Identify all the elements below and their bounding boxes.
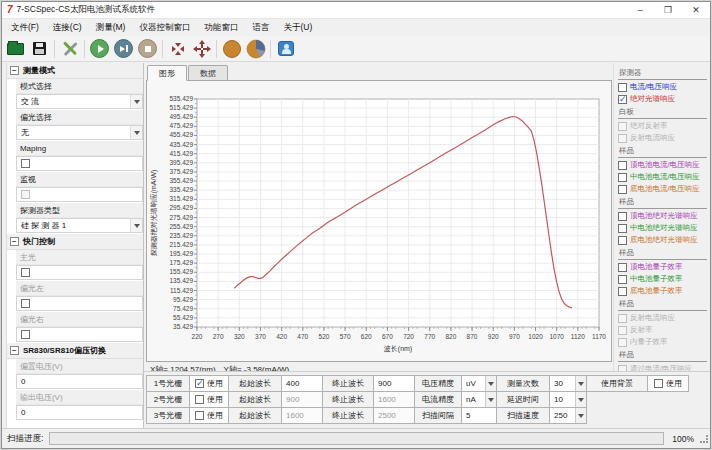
grating-settings-table: 1号光栅使用起始波长400终止波长900电压精度uV测量次数30使用背景使用2号… (144, 371, 710, 428)
step-run-icon[interactable] (113, 38, 134, 59)
open-file-icon[interactable] (5, 38, 26, 59)
checkbox[interactable] (618, 275, 627, 284)
status-circle-icon[interactable] (221, 38, 242, 59)
checkbox[interactable] (21, 330, 30, 339)
chevron-down-icon[interactable] (485, 376, 496, 391)
checkbox[interactable] (618, 95, 627, 104)
menu-item[interactable]: 连接(C) (46, 20, 89, 36)
cell-select[interactable]: 30 (549, 375, 587, 392)
group-header[interactable]: −测量模式 (7, 63, 143, 79)
collapse-icon[interactable]: − (10, 346, 19, 355)
tab-graph[interactable]: 图形 (147, 65, 187, 81)
group-header[interactable]: −SR830/SR810偏压切换 (7, 343, 143, 359)
measurement-option[interactable]: 底电池绝对光谱响应 (618, 235, 707, 245)
menu-item[interactable]: 关于(U) (276, 20, 319, 36)
chevron-down-icon[interactable] (130, 126, 142, 139)
property-select[interactable]: 无 (16, 125, 143, 140)
property-select[interactable]: 硅 探 测 器 1 (16, 218, 143, 233)
checkbox[interactable] (618, 263, 627, 272)
measurement-option[interactable]: 绝对反射率 (618, 121, 707, 131)
cell-select[interactable]: 10 (549, 391, 587, 408)
measurement-option[interactable]: 通过电流/电压响应 (618, 364, 707, 371)
maximize-button[interactable]: ❐ (654, 2, 682, 18)
resize-grip[interactable] (700, 435, 708, 443)
checkbox[interactable] (618, 83, 627, 92)
cell-select[interactable]: uV (461, 375, 497, 392)
checkbox[interactable] (195, 411, 204, 420)
checkbox[interactable] (618, 236, 627, 245)
cell-input[interactable]: 400 (281, 375, 323, 392)
move-arrows-icon[interactable] (191, 38, 212, 59)
checkbox[interactable] (195, 379, 204, 388)
measurement-option[interactable]: 绝对光谱响应 (618, 94, 707, 104)
chevron-down-icon[interactable] (130, 219, 142, 232)
checkbox[interactable] (618, 185, 627, 194)
measurement-option[interactable]: 反射电流响应 (618, 133, 707, 143)
checkbox[interactable] (618, 161, 627, 170)
pie-chart-icon[interactable] (245, 38, 266, 59)
chevron-down-icon[interactable] (575, 376, 586, 391)
measurement-option[interactable]: 反射电流响应 (618, 313, 707, 323)
use-checkbox-cell[interactable]: 使用 (647, 375, 689, 392)
user-info-icon[interactable] (275, 38, 296, 59)
use-checkbox-cell[interactable]: 使用 (189, 407, 229, 424)
use-checkbox-cell[interactable]: 使用 (189, 391, 229, 408)
checkbox[interactable] (618, 224, 627, 233)
menu-item[interactable]: 测量(M) (89, 20, 133, 36)
measurement-option[interactable]: 顶电池绝对光谱响应 (618, 211, 707, 221)
chart-area[interactable]: 35.42955.42975.42995.429115.429135.42915… (146, 81, 612, 362)
stop-icon[interactable] (137, 38, 158, 59)
measurement-option[interactable]: 顶电池电流/电压响应 (618, 160, 707, 170)
minimize-button[interactable]: – (626, 2, 654, 18)
toolbar (2, 36, 710, 62)
checkbox[interactable] (654, 379, 663, 388)
measurement-option[interactable]: 电流/电压响应 (618, 82, 707, 92)
property-label: 输出电压(V) (16, 390, 143, 405)
checkbox[interactable] (21, 268, 30, 277)
collapse-icon[interactable]: − (10, 237, 19, 246)
close-button[interactable]: ✕ (682, 2, 710, 18)
y-tick-label: 355.429 (170, 177, 194, 184)
use-checkbox-cell[interactable]: 使用 (189, 375, 229, 392)
checkbox[interactable] (618, 212, 627, 221)
cell-select[interactable]: nA (461, 391, 497, 408)
checkbox[interactable] (618, 287, 627, 296)
collapse-arrows-icon[interactable] (167, 38, 188, 59)
settings-tools-icon[interactable] (59, 38, 80, 59)
checkbox[interactable] (618, 173, 627, 182)
property-input[interactable]: 0 (16, 374, 143, 389)
chevron-down-icon[interactable] (575, 408, 586, 423)
menu-item[interactable]: 文件(F) (4, 20, 46, 36)
chevron-down-icon[interactable] (130, 95, 142, 108)
group-header[interactable]: −快门控制 (7, 234, 143, 250)
property-input[interactable]: 0 (16, 405, 143, 420)
measurement-option[interactable]: 中电池绝对光谱响应 (618, 223, 707, 233)
chevron-down-icon[interactable] (485, 392, 496, 407)
y-tick-label: 435.429 (170, 141, 194, 148)
measurement-option[interactable]: 中电池电流/电压响应 (618, 172, 707, 182)
cell-select[interactable]: 250 (549, 407, 587, 424)
cell-input[interactable]: 5 (461, 407, 497, 424)
checkbox[interactable] (195, 395, 204, 404)
measurement-option[interactable]: 中电池量子效率 (618, 274, 707, 284)
option-label: 顶电池绝对光谱响应 (630, 211, 698, 221)
save-icon[interactable] (29, 38, 50, 59)
measurement-option[interactable]: 底电池量子效率 (618, 286, 707, 296)
chevron-down-icon[interactable] (575, 392, 586, 407)
checkbox[interactable] (21, 159, 30, 168)
menu-item[interactable]: 仪器控制窗口 (132, 20, 197, 36)
cell-input[interactable]: 900 (373, 375, 415, 392)
checkbox[interactable] (21, 299, 30, 308)
right-column: 图形数据 35.42955.42975.42995.429115.429135.… (144, 63, 710, 428)
measurement-option[interactable]: 反射率 (618, 325, 707, 335)
measurement-option[interactable]: 顶电池量子效率 (618, 262, 707, 272)
pie-glyph (246, 39, 266, 59)
menu-item[interactable]: 功能窗口 (197, 20, 245, 36)
start-icon[interactable] (89, 38, 110, 59)
tab-data[interactable]: 数据 (188, 65, 228, 80)
property-select[interactable]: 交 流 (16, 94, 143, 109)
measurement-option[interactable]: 内量子效率 (618, 337, 707, 347)
collapse-icon[interactable]: − (10, 66, 19, 75)
menu-item[interactable]: 语言 (245, 20, 276, 36)
measurement-option[interactable]: 底电池电流/电压响应 (618, 184, 707, 194)
